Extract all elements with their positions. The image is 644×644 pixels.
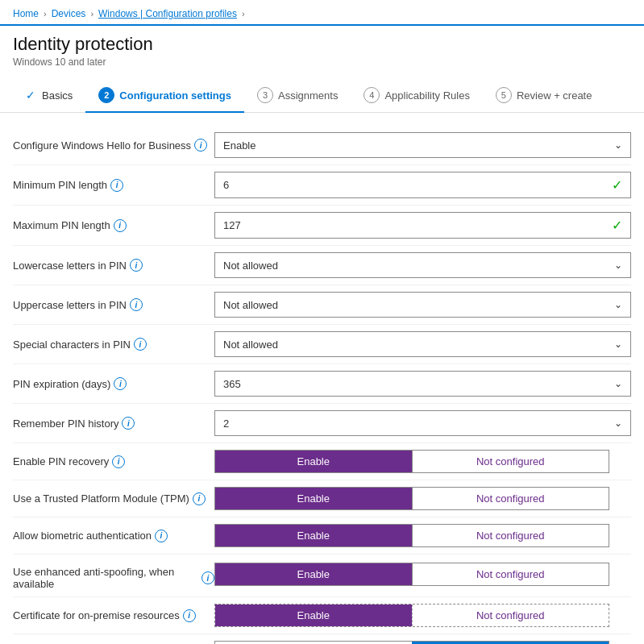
check-icon-max-pin: ✓ (612, 218, 622, 233)
check-icon-min-pin: ✓ (612, 177, 622, 193)
info-icon-uppercase[interactable]: i (130, 298, 143, 311)
tab-review-number: 5 (496, 87, 512, 103)
tab-review-label: Review + create (517, 89, 592, 102)
tab-applicability[interactable]: 4 Applicability Rules (351, 79, 483, 113)
control-uppercase: Not allowed ⌄ (214, 292, 631, 318)
toggle-biometric: Enable Not configured (214, 524, 609, 547)
row-securitykeys: Use security keys for sign-in i Enable N… (13, 634, 631, 644)
toggle-certificate: Enable Not configured (214, 604, 609, 627)
control-biometric: Enable Not configured (214, 524, 631, 547)
control-lowercase: Not allowed ⌄ (214, 252, 631, 278)
toggle-antispoofing-enable[interactable]: Enable (215, 563, 412, 585)
control-history: 2 ⌄ (214, 410, 631, 436)
control-tpm: Enable Not configured (214, 487, 631, 510)
toggle-recovery-enable[interactable]: Enable (215, 451, 412, 472)
tab-review[interactable]: 5 Review + create (483, 79, 605, 113)
control-expiration: 365 ⌄ (214, 371, 631, 397)
label-special: Special characters in PIN i (13, 338, 214, 351)
label-antispoofing: Use enhanced anti-spoofing, when availab… (13, 563, 214, 590)
select-expiration[interactable]: 365 ⌄ (214, 371, 631, 397)
row-configure-hello: Configure Windows Hello for Business i E… (13, 126, 631, 165)
tab-config-label: Configuration settings (119, 89, 231, 102)
select-configure-hello[interactable]: Enable ⌄ (214, 132, 631, 158)
control-certificate: Enable Not configured (214, 604, 631, 627)
breadcrumb-home[interactable]: Home (13, 8, 39, 19)
toggle-certificate-notconfig[interactable]: Not configured (412, 605, 609, 626)
info-icon-history[interactable]: i (122, 417, 135, 430)
tab-basics-label: Basics (42, 89, 73, 102)
label-uppercase: Uppercase letters in PIN i (13, 298, 214, 311)
breadcrumb-sep3: › (242, 9, 245, 19)
tab-config[interactable]: 2 Configuration settings (85, 79, 244, 113)
chevron-icon-uppercase: ⌄ (614, 299, 622, 310)
info-icon-tpm[interactable]: i (193, 492, 206, 505)
toggle-recovery-notconfig[interactable]: Not configured (412, 451, 609, 472)
control-antispoofing: Enable Not configured (214, 563, 631, 586)
info-icon-configure-hello[interactable]: i (194, 139, 207, 152)
info-icon-special[interactable]: i (134, 338, 147, 351)
select-lowercase[interactable]: Not allowed ⌄ (214, 252, 631, 278)
label-configure-hello: Configure Windows Hello for Business i (13, 139, 214, 152)
row-biometric: Allow biometric authentication i Enable … (13, 517, 631, 555)
label-history: Remember PIN history i (13, 417, 214, 430)
toggle-recovery: Enable Not configured (214, 450, 609, 473)
toggle-tpm: Enable Not configured (214, 487, 609, 510)
tab-applicability-number: 4 (364, 87, 380, 103)
row-uppercase: Uppercase letters in PIN i Not allowed ⌄ (13, 285, 631, 325)
tab-applicability-label: Applicability Rules (384, 89, 470, 102)
select-max-pin[interactable]: 127 ✓ (214, 212, 631, 239)
toggle-tpm-enable[interactable]: Enable (215, 488, 412, 509)
info-icon-recovery[interactable]: i (112, 455, 125, 468)
page-subtitle: Windows 10 and later (13, 56, 631, 68)
tab-assignments-number: 3 (257, 87, 273, 103)
control-special: Not allowed ⌄ (214, 331, 631, 357)
toggle-tpm-notconfig[interactable]: Not configured (412, 488, 609, 509)
chevron-icon-special: ⌄ (614, 339, 622, 350)
select-history[interactable]: 2 ⌄ (214, 410, 631, 436)
select-uppercase[interactable]: Not allowed ⌄ (214, 292, 631, 318)
control-configure-hello: Enable ⌄ (214, 132, 631, 158)
row-special: Special characters in PIN i Not allowed … (13, 325, 631, 364)
row-certificate: Certificate for on-premise resources i E… (13, 597, 631, 634)
label-max-pin: Maximum PIN length i (13, 219, 214, 232)
label-min-pin: Minimum PIN length i (13, 179, 214, 192)
label-tpm: Use a Trusted Platform Module (TPM) i (13, 492, 214, 505)
info-icon-min-pin[interactable]: i (110, 179, 123, 192)
toggle-certificate-enable[interactable]: Enable (215, 605, 412, 626)
tab-assignments[interactable]: 3 Assignments (244, 79, 351, 113)
breadcrumb-devices[interactable]: Devices (52, 8, 86, 19)
row-expiration: PIN expiration (days) i 365 ⌄ (13, 364, 631, 404)
label-biometric: Allow biometric authentication i (13, 530, 214, 542)
toggle-biometric-notconfig[interactable]: Not configured (412, 525, 609, 546)
label-recovery: Enable PIN recovery i (13, 455, 214, 468)
info-icon-lowercase[interactable]: i (130, 259, 143, 272)
info-icon-antispoofing[interactable]: i (202, 571, 214, 584)
toggle-antispoofing-notconfig[interactable]: Not configured (412, 563, 609, 585)
chevron-icon: ⌄ (614, 139, 622, 151)
label-lowercase: Lowercase letters in PIN i (13, 259, 214, 272)
select-special[interactable]: Not allowed ⌄ (214, 331, 631, 357)
label-expiration: PIN expiration (days) i (13, 377, 214, 390)
select-min-pin[interactable]: 6 ✓ (214, 172, 631, 198)
tab-assignments-label: Assignments (278, 89, 338, 102)
info-icon-certificate[interactable]: i (183, 609, 196, 622)
info-icon-expiration[interactable]: i (114, 377, 127, 390)
breadcrumb-sep1: › (44, 9, 47, 19)
toggle-securitykeys: Enable Not configured (214, 641, 609, 644)
info-icon-max-pin[interactable]: i (114, 219, 127, 232)
tab-basics[interactable]: ✓ Basics (13, 81, 85, 111)
row-antispoofing: Use enhanced anti-spoofing, when availab… (13, 555, 631, 597)
tab-bar: ✓ Basics 2 Configuration settings 3 Assi… (0, 79, 644, 113)
breadcrumb-profiles[interactable]: Windows | Configuration profiles (98, 8, 237, 19)
control-securitykeys: Enable Not configured (214, 641, 631, 644)
chevron-icon-history: ⌄ (614, 418, 622, 429)
toggle-antispoofing: Enable Not configured (214, 563, 609, 586)
breadcrumb-sep2: › (90, 9, 93, 19)
page-title: Identity protection (13, 34, 631, 55)
row-max-pin: Maximum PIN length i 127 ✓ (13, 206, 631, 246)
tab-check-icon: ✓ (26, 89, 35, 102)
toggle-biometric-enable[interactable]: Enable (215, 525, 412, 546)
tab-config-number: 2 (98, 87, 114, 103)
row-history: Remember PIN history i 2 ⌄ (13, 404, 631, 443)
info-icon-biometric[interactable]: i (155, 530, 168, 542)
